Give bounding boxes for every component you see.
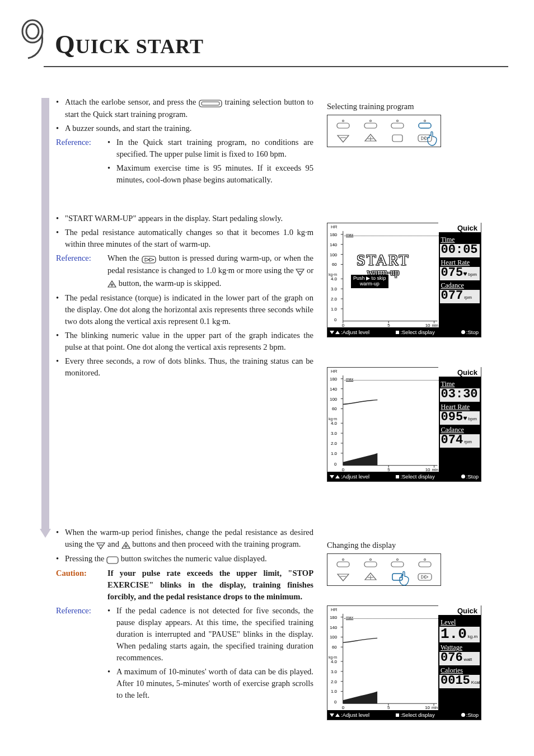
- key-top-3: [385, 556, 410, 569]
- svg-rect-81: [391, 562, 404, 567]
- text: or: [307, 266, 313, 275]
- step-bar: [41, 98, 49, 529]
- svg-text:0: 0: [342, 323, 345, 327]
- footer-select: :Select display: [400, 712, 434, 718]
- footer-select: :Select display: [400, 329, 434, 335]
- svg-point-76: [343, 558, 344, 560]
- side-panel-3: Level 1.0kg.m Wattage 076watt Calories 0…: [438, 606, 481, 710]
- svg-point-82: [424, 558, 425, 560]
- svg-text:2.0: 2.0: [331, 679, 338, 684]
- caution-label: Caution:: [56, 567, 107, 603]
- hr-value: 075♥bpm: [440, 267, 480, 280]
- skip-warmup-box: Push ▶ to skip warm-up: [351, 275, 388, 288]
- svg-text:1.0: 1.0: [331, 689, 338, 694]
- section-3-list: When the warm-up period finishes, change…: [56, 527, 313, 565]
- down-button-icon: [96, 539, 105, 551]
- svg-text:1.0: 1.0: [331, 451, 338, 456]
- svg-text:0: 0: [342, 467, 345, 471]
- display-footer-1: :Adjust level :Select display :Stop: [327, 327, 481, 337]
- s1-item-buzzer: A buzzer sounds, and start the training.: [56, 123, 313, 134]
- key-top-4-selected: [413, 118, 438, 130]
- hr-value: 095♥bpm: [440, 411, 480, 425]
- play-button-icon: [142, 253, 156, 265]
- svg-text:0: 0: [334, 462, 337, 467]
- svg-text:180: 180: [330, 615, 338, 620]
- s3-ref-item-2: A maximum of 10-minutes' worth of data c…: [107, 666, 313, 701]
- svg-text:5: 5: [387, 705, 390, 709]
- display-footer-2: :Adjust level :Select display :Stop: [327, 472, 481, 481]
- key-top-3: [385, 118, 410, 130]
- reference-label: Reference:: [56, 252, 107, 290]
- svg-text:100: 100: [330, 252, 338, 257]
- svg-text:4.0: 4.0: [331, 276, 338, 281]
- training-select-button-icon: [199, 97, 222, 109]
- svg-text:180: 180: [330, 232, 338, 237]
- svg-rect-15: [364, 123, 377, 128]
- mode-tag: Quick: [438, 605, 481, 615]
- s1-ref-item-2: Maximum exercise time is 95 minutes. If …: [107, 162, 313, 186]
- svg-rect-2: [199, 100, 222, 107]
- title-initial: Q: [55, 30, 76, 59]
- key-down: [331, 570, 356, 583]
- up-button-icon: [107, 278, 116, 290]
- text: buttons and then proceed with the traini…: [132, 539, 301, 548]
- s2-item-4: The blinking numeric value in the upper …: [56, 330, 313, 353]
- svg-text:3.0: 3.0: [331, 287, 338, 292]
- svg-text:4.0: 4.0: [331, 421, 338, 426]
- s3-reference: Reference: If the pedal cadence is not d…: [56, 605, 313, 703]
- footer-adjust: :Adjust level: [341, 473, 369, 480]
- skip-line-2: warm-up: [360, 281, 380, 287]
- svg-rect-3: [202, 102, 219, 105]
- graph-area-2: HR max kg·m 180 140 100 60 4.0 3.0 2.0 1…: [327, 368, 439, 472]
- keypad-caption-2: Changing the display: [327, 541, 484, 550]
- title-rule: [44, 66, 508, 67]
- key-down: [331, 132, 356, 144]
- svg-point-14: [369, 120, 371, 121]
- side-panel-2: Time 03:30 Heart Rate 095♥bpm Cadance 07…: [439, 368, 481, 472]
- footer-stop: :Stop: [466, 712, 479, 718]
- display-footer-3: :Adjust level :Select display :Stop: [327, 710, 481, 720]
- svg-text:0: 0: [342, 705, 345, 709]
- s2-item-1: "START WARM-UP" appears in the display. …: [56, 213, 313, 224]
- svg-text:1.0: 1.0: [331, 307, 338, 312]
- time-value: 03:30: [440, 388, 480, 402]
- key-up: [358, 132, 383, 144]
- s2-reference: Reference: When the button is pressed du…: [56, 252, 313, 290]
- svg-text:10: 10: [425, 467, 430, 471]
- svg-text:min: min: [432, 468, 438, 471]
- text: When the: [107, 253, 142, 262]
- svg-text:10: 10: [425, 705, 430, 709]
- svg-rect-83: [419, 562, 431, 567]
- svg-text:min: min: [432, 323, 438, 327]
- reference-body: When the button is pressed during warm-u…: [107, 252, 313, 290]
- start-warmup-overlay: START warm-up: [357, 252, 410, 277]
- svg-text:100: 100: [330, 635, 338, 640]
- s3-ref-item-1: If the pedal cadence is not detected for…: [107, 605, 313, 664]
- hand-pointer-icon: [425, 131, 440, 147]
- svg-text:60: 60: [332, 645, 337, 650]
- footer-adjust: :Adjust level: [341, 329, 369, 335]
- footer-select: :Select display: [400, 473, 434, 480]
- svg-text:100: 100: [330, 397, 338, 402]
- key-top-4: [413, 556, 438, 569]
- svg-text:min: min: [432, 706, 438, 709]
- down-button-icon: [296, 266, 305, 278]
- reference-body: In the Quick start training program, no …: [107, 137, 313, 188]
- s3-item-2: Pressing the button switches the numeric…: [56, 553, 313, 565]
- reference-body: If the pedal cadence is not detected for…: [107, 605, 313, 703]
- text: and: [107, 539, 121, 548]
- svg-point-16: [397, 120, 399, 121]
- cadence-value: 077rpm: [440, 290, 480, 303]
- key-top-1: [331, 118, 356, 130]
- text: Attach the earlobe sensor, and press the: [65, 97, 199, 106]
- svg-text:140: 140: [330, 242, 338, 247]
- mode-tag: Quick: [438, 223, 481, 232]
- s2-item-2: The pedal resistance automatically chang…: [56, 227, 313, 250]
- svg-point-80: [397, 558, 399, 560]
- s1-reference: Reference: In the Quick start training p…: [56, 137, 313, 188]
- svg-text:10: 10: [425, 323, 430, 327]
- wattage-value: 076watt: [439, 652, 480, 665]
- time-value: 00:05: [440, 244, 480, 257]
- footer-stop: :Stop: [466, 473, 479, 480]
- svg-text:0: 0: [334, 317, 337, 322]
